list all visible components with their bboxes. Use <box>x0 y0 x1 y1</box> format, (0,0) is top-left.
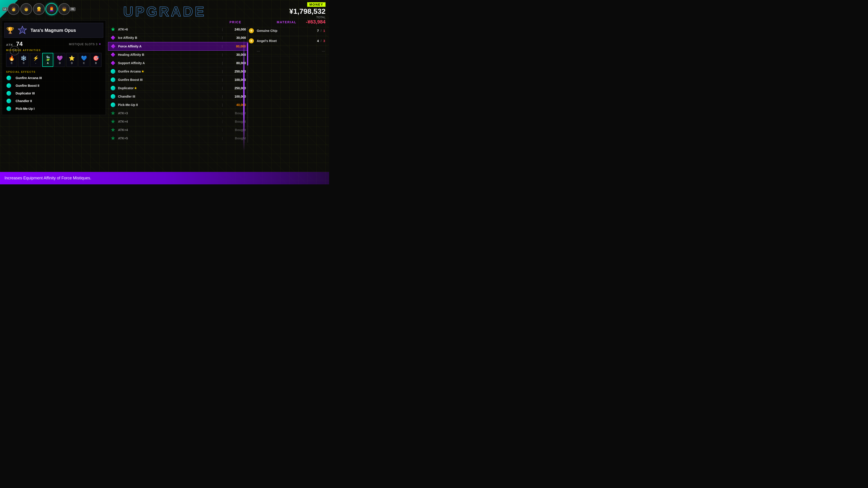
gem-duplicator <box>110 86 116 91</box>
gem-pickup <box>110 102 116 107</box>
weapon-name: Tara's Magnum Opus <box>31 28 76 33</box>
l1-button[interactable]: L1 <box>2 7 8 11</box>
effect-3: Duplicator III <box>4 90 103 97</box>
upgrade-row-gunfire-arcana[interactable]: Gunfire Arcana★ | 250,000 <box>108 67 248 76</box>
affinity-target[interactable]: 🎯 B <box>90 53 101 67</box>
gem-force <box>111 43 116 49</box>
gem-atk4a <box>110 119 116 124</box>
mistique-slots: MISTIQUE SLOTS 3 ✦ <box>69 42 101 46</box>
portrait-3[interactable]: 👱 <box>33 3 45 15</box>
upgrade-row-support[interactable]: Support Affinity A | 80,000 <box>108 59 248 67</box>
upgrade-row-ice[interactable]: Ice Affinity B | 30,000 <box>108 34 248 42</box>
left-panel: 🏆 Tara's Magnum Opus ATK 74 MISTIQUE SLO… <box>2 20 106 115</box>
upgrade-row-atk4a[interactable]: ATK+4 | Bought <box>108 118 248 126</box>
effect-icon-2 <box>6 83 11 88</box>
r1-button[interactable]: R1 <box>70 7 76 11</box>
affinity-force[interactable]: 💜 D <box>54 53 65 67</box>
gem-support <box>110 60 116 66</box>
money-label: MONEY <box>307 2 326 7</box>
material-icon-1 <box>248 28 254 34</box>
portrait-4[interactable]: 👩‍🦰 <box>46 3 57 15</box>
gem-gunfire-boost <box>110 77 116 83</box>
party-area: L1 👩 👨 👱 👩‍🦰 👦 R1 <box>0 0 97 18</box>
portrait-strip: 👩 👨 👱 👩‍🦰 👦 <box>8 3 70 15</box>
effect-5: Pick-Me-Up I <box>4 105 103 112</box>
svg-text:P: P <box>13 47 16 54</box>
effect-icon-3 <box>6 91 11 96</box>
mistique-star: ✦ <box>98 42 101 46</box>
upgrade-row-gunfire-boost[interactable]: Gunfire Boost III | 100,000 <box>108 76 248 84</box>
portrait-5[interactable]: 👦 <box>58 3 70 15</box>
special-effects-label: SPECIAL EFFECTS <box>4 70 103 74</box>
material-panel-header: MATERIAL <box>246 20 327 26</box>
material-icon-2 <box>248 38 254 44</box>
total-label: TOTAL <box>289 15 326 19</box>
playstation-icon: P <box>9 45 20 57</box>
upgrade-row-chandler[interactable]: Chandler III | 100,000 <box>108 92 248 101</box>
material-angels-rivet: Angel's Rivet 4 / 3 <box>246 36 327 46</box>
material-icon-3 <box>248 48 254 54</box>
effect-icon-1 <box>6 75 11 80</box>
gem-ice <box>110 35 116 40</box>
upgrade-row-atk4b[interactable]: ATK+4 | Bought <box>108 126 248 134</box>
trophy-icon: 🏆 <box>6 27 14 34</box>
gem-atk3 <box>110 110 116 116</box>
affinity-star[interactable]: ⭐ D <box>66 53 77 67</box>
upgrade-panel: PRICE ATK+6 | 240,000 Ice Affinity B | 3… <box>108 20 248 142</box>
upgrade-row-atk6[interactable]: ATK+6 | 240,000 <box>108 25 248 34</box>
portrait-1[interactable]: 👩 <box>8 3 20 15</box>
weapon-icon <box>17 25 28 36</box>
gem-atk4b <box>110 127 116 133</box>
upgrade-row-force[interactable]: Force Affinity A | 80,000 <box>108 42 248 51</box>
effect-icon-5 <box>6 106 11 111</box>
effect-4: Chandler II <box>4 97 103 105</box>
bottom-bar: Increases Equipment Affinity of Force Mi… <box>0 172 329 184</box>
effect-1: Gunfire Arcana III <box>4 74 103 82</box>
affinity-wind[interactable]: 🍃 A <box>42 53 53 67</box>
material-genuine-chip: Genuine Chip 7 / 1 <box>246 26 327 36</box>
affinity-heart[interactable]: 💙 C <box>79 53 90 67</box>
gem-gunfire-arcana <box>110 69 116 74</box>
upgrade-row-atk5[interactable]: ATK+5 | Bought <box>108 134 248 142</box>
page-title: UPGRADE <box>123 3 206 20</box>
bottom-description: Increases Equipment Affinity of Force Mi… <box>4 176 91 181</box>
upgrade-row-healing[interactable]: Healing Affinity B | 30,000 <box>108 51 248 59</box>
material-panel: MATERIAL Genuine Chip 7 / 1 Angel's Rive… <box>246 20 327 56</box>
gem-healing <box>110 52 116 57</box>
upgrade-list: ATK+6 | 240,000 Ice Affinity B | 30,000 … <box>108 25 248 142</box>
price-header: PRICE <box>201 20 246 24</box>
gem-atk5 <box>110 135 116 141</box>
weapon-header: 🏆 Tara's Magnum Opus <box>4 23 103 38</box>
upgrade-row-atk3[interactable]: ATK+3 | Bought <box>108 109 248 118</box>
effect-2: Gunfire Boost II <box>4 82 103 90</box>
portrait-2[interactable]: 👨 <box>20 3 32 15</box>
effect-icon-4 <box>6 98 11 104</box>
material-empty: --- --- <box>246 46 327 56</box>
upgrade-row-duplicator[interactable]: Duplicator★ | 250,000 <box>108 84 248 92</box>
vertical-separator <box>243 38 245 151</box>
upgrade-row-pickup[interactable]: Pick-Me-Up II | 40,000 <box>108 101 248 109</box>
affinity-lightning[interactable]: ⚡ - <box>30 53 41 67</box>
gem-atk6 <box>110 27 116 32</box>
upgrade-headers: PRICE <box>108 20 248 25</box>
money-amount: ¥1,798,532 <box>289 7 326 15</box>
gem-chandler <box>110 94 116 99</box>
